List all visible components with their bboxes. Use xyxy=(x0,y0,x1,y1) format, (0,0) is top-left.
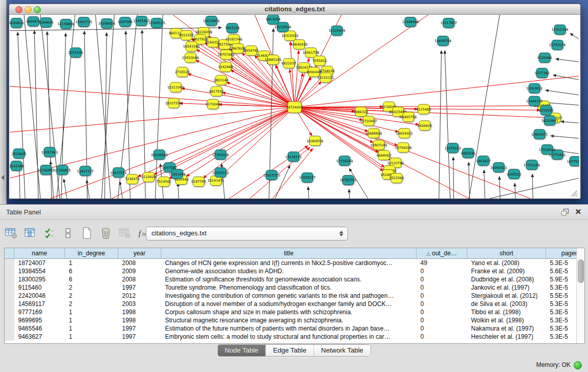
table-cell[interactable]: 14569117 xyxy=(14,300,65,308)
graph-edge[interactable] xyxy=(515,183,515,199)
close-panel-icon[interactable]: ✕ xyxy=(575,207,581,216)
graph-edge[interactable] xyxy=(34,31,38,199)
table-cell[interactable]: 19384554 xyxy=(14,267,65,275)
table-row[interactable]: 1938455462009Genome-wide association stu… xyxy=(5,267,585,275)
graph-edge[interactable] xyxy=(120,182,122,199)
table-scrollbar[interactable] xyxy=(576,248,584,343)
table-cell[interactable]: Wolkin et al. (1998) xyxy=(467,316,546,324)
table-cell[interactable]: 1997 xyxy=(118,324,161,333)
table-cell[interactable]: 2 xyxy=(65,292,118,300)
table-row[interactable]: 1872400712008Changes of HCN gene express… xyxy=(5,259,585,268)
tab-node-table[interactable]: Node Table xyxy=(217,345,266,356)
table-row[interactable]: 969969511998Structural magnetic resonanc… xyxy=(5,316,585,324)
table-cell[interactable]: 1 xyxy=(65,308,118,316)
graph-edge[interactable] xyxy=(105,33,107,199)
table-cell[interactable]: 1 xyxy=(65,316,118,324)
column-header-name[interactable]: name xyxy=(14,248,65,259)
graph-edge[interactable] xyxy=(96,15,111,199)
table-cell[interactable]: 1 xyxy=(65,324,118,333)
graph-edge[interactable] xyxy=(221,107,295,176)
table-cell[interactable]: 1997 xyxy=(118,283,161,292)
graph-edge[interactable] xyxy=(489,178,579,199)
table-cell[interactable]: 0 xyxy=(417,275,467,283)
table-cell[interactable]: 6 xyxy=(65,267,118,275)
graph-edge[interactable] xyxy=(138,107,294,177)
graph-edge[interactable] xyxy=(532,174,533,199)
table-row[interactable]: 2242004622012Investigating the contribut… xyxy=(5,292,585,300)
graph-edge[interactable] xyxy=(453,157,454,199)
table-row[interactable]: 946554611997Estimation of the future num… xyxy=(5,324,585,333)
graph-edge[interactable] xyxy=(169,107,295,179)
graph-edge[interactable] xyxy=(546,90,579,95)
column-header-title[interactable]: title xyxy=(161,248,417,259)
table-cell[interactable]: 9699695 xyxy=(14,316,65,324)
graph-edge[interactable] xyxy=(18,32,25,199)
table-cell[interactable]: 1997 xyxy=(118,333,161,341)
table-settings-icon[interactable] xyxy=(5,227,17,239)
table-cell[interactable]: Structural magnetic resonance image aver… xyxy=(161,316,417,324)
table-row[interactable]: 1456911722003Disruption of a novel membe… xyxy=(5,300,585,308)
graph-edge[interactable] xyxy=(469,162,470,199)
graph-edge[interactable] xyxy=(182,89,295,107)
graph-edge[interactable] xyxy=(570,33,579,39)
table-cell[interactable]: Hescheler et al. (1997) xyxy=(467,333,546,341)
table-cell[interactable]: Stergiakouli et al. (2012) xyxy=(467,292,546,300)
column-header-year[interactable]: year xyxy=(118,248,161,259)
window-titlebar[interactable]: citations_edges.txt xyxy=(9,4,580,15)
graph-edge[interactable] xyxy=(10,107,294,178)
graph-edge[interactable] xyxy=(290,42,294,107)
table-cell[interactable]: 2008 xyxy=(118,275,161,283)
collapse-arrow-icon[interactable] xyxy=(1,175,4,180)
table-cell[interactable]: Estimation of significance thresholds fo… xyxy=(161,275,417,283)
graph-edge[interactable] xyxy=(178,183,179,199)
table-row[interactable]: 946362711997Embryonic stem cells: a mode… xyxy=(5,333,585,341)
table-cell[interactable]: Disruption of a novel member of a sodium… xyxy=(161,300,417,308)
table-cell[interactable]: Jankovic et al. (1997) xyxy=(467,283,546,292)
table-cell[interactable]: Changes of HCN gene expression and I(f) … xyxy=(161,259,417,268)
graph-edge[interactable] xyxy=(439,51,442,199)
graph-edge[interactable] xyxy=(308,187,309,199)
graph-edge[interactable] xyxy=(445,51,450,199)
table-cell[interactable]: 1 xyxy=(65,333,118,341)
table-cell[interactable]: 0 xyxy=(417,292,467,300)
table-cell[interactable]: 2012 xyxy=(118,292,161,300)
table-cell[interactable]: Nakamura et al. (1997) xyxy=(467,324,546,333)
table-cell[interactable]: 0 xyxy=(417,283,467,292)
table-cell[interactable]: 0 xyxy=(417,308,467,316)
row-height-icon[interactable] xyxy=(62,227,74,239)
table-cell[interactable]: 22420046 xyxy=(14,292,65,300)
table-cell[interactable]: Yano et al. (2008) xyxy=(467,259,546,268)
table-cell[interactable]: 49 xyxy=(417,259,467,268)
table-cell[interactable]: 2 xyxy=(65,283,118,292)
table-cell[interactable]: 9115460 xyxy=(14,283,65,292)
table-cell[interactable]: Dudbridge et al. (2008) xyxy=(467,275,546,283)
table-cell[interactable]: 2003 xyxy=(118,300,161,308)
graph-edge[interactable] xyxy=(556,59,579,62)
graph-edge[interactable] xyxy=(499,177,500,199)
tab-edge-table[interactable]: Edge Table xyxy=(266,345,314,356)
graph-edge[interactable] xyxy=(51,107,295,199)
graph-edge[interactable] xyxy=(10,86,294,107)
table-cell[interactable]: 1998 xyxy=(118,308,161,316)
table-cell[interactable]: 6 xyxy=(65,275,118,283)
table-cell[interactable]: Tibbo et al. (1998) xyxy=(467,308,546,316)
table-cell[interactable]: 0 xyxy=(417,316,467,324)
table-cell[interactable]: 1 xyxy=(65,259,118,268)
table-cell[interactable]: 9465546 xyxy=(14,324,65,333)
table-cell[interactable]: 0 xyxy=(417,300,467,308)
table-cell[interactable]: Corpus callosum shape and size in male p… xyxy=(161,308,417,316)
table-cell[interactable]: Estimation of the future numbers of pati… xyxy=(161,324,417,333)
table-cell[interactable]: 18724007 xyxy=(14,259,65,268)
column-header-short[interactable]: short xyxy=(467,248,546,259)
table-cell[interactable]: 2008 xyxy=(118,259,161,268)
graph-edge[interactable] xyxy=(551,136,579,138)
graph-edge[interactable] xyxy=(561,121,579,123)
table-cell[interactable]: 0 xyxy=(417,267,467,275)
table-scrollbar-thumb[interactable] xyxy=(578,259,584,283)
table-cell[interactable]: Investigating the contribution of common… xyxy=(161,292,417,300)
table-cell[interactable]: 18300295 xyxy=(14,275,65,283)
memory-status-icon[interactable] xyxy=(574,361,582,369)
table-cell[interactable]: Genome-wide association studies in ADHD. xyxy=(161,267,417,275)
resize-grip-icon[interactable] xyxy=(569,188,579,198)
graph-edge[interactable] xyxy=(203,107,294,178)
